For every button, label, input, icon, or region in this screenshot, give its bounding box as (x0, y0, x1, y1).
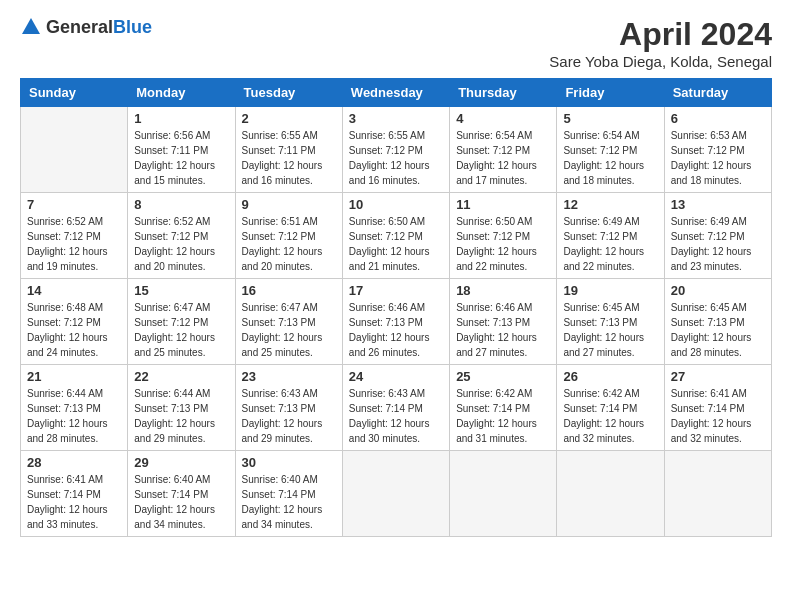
logo-icon (20, 16, 42, 38)
day-cell: 4Sunrise: 6:54 AMSunset: 7:12 PMDaylight… (450, 107, 557, 193)
header-cell-friday: Friday (557, 79, 664, 107)
day-number: 18 (456, 283, 550, 298)
day-info: Sunrise: 6:47 AMSunset: 7:12 PMDaylight:… (134, 300, 228, 360)
day-number: 21 (27, 369, 121, 384)
title-area: April 2024 Sare Yoba Diega, Kolda, Seneg… (549, 16, 772, 70)
day-number: 4 (456, 111, 550, 126)
header-cell-saturday: Saturday (664, 79, 771, 107)
day-cell: 18Sunrise: 6:46 AMSunset: 7:13 PMDayligh… (450, 279, 557, 365)
day-cell: 3Sunrise: 6:55 AMSunset: 7:12 PMDaylight… (342, 107, 449, 193)
day-info: Sunrise: 6:50 AMSunset: 7:12 PMDaylight:… (349, 214, 443, 274)
day-info: Sunrise: 6:48 AMSunset: 7:12 PMDaylight:… (27, 300, 121, 360)
day-info: Sunrise: 6:41 AMSunset: 7:14 PMDaylight:… (27, 472, 121, 532)
day-info: Sunrise: 6:47 AMSunset: 7:13 PMDaylight:… (242, 300, 336, 360)
day-number: 19 (563, 283, 657, 298)
day-info: Sunrise: 6:40 AMSunset: 7:14 PMDaylight:… (134, 472, 228, 532)
header-cell-thursday: Thursday (450, 79, 557, 107)
day-info: Sunrise: 6:44 AMSunset: 7:13 PMDaylight:… (134, 386, 228, 446)
day-cell: 23Sunrise: 6:43 AMSunset: 7:13 PMDayligh… (235, 365, 342, 451)
day-info: Sunrise: 6:54 AMSunset: 7:12 PMDaylight:… (563, 128, 657, 188)
header-row: SundayMondayTuesdayWednesdayThursdayFrid… (21, 79, 772, 107)
day-cell: 12Sunrise: 6:49 AMSunset: 7:12 PMDayligh… (557, 193, 664, 279)
day-info: Sunrise: 6:56 AMSunset: 7:11 PMDaylight:… (134, 128, 228, 188)
header-cell-tuesday: Tuesday (235, 79, 342, 107)
day-cell: 2Sunrise: 6:55 AMSunset: 7:11 PMDaylight… (235, 107, 342, 193)
subtitle: Sare Yoba Diega, Kolda, Senegal (549, 53, 772, 70)
day-cell (21, 107, 128, 193)
day-cell: 29Sunrise: 6:40 AMSunset: 7:14 PMDayligh… (128, 451, 235, 537)
day-cell (664, 451, 771, 537)
day-cell: 6Sunrise: 6:53 AMSunset: 7:12 PMDaylight… (664, 107, 771, 193)
day-number: 13 (671, 197, 765, 212)
header-cell-wednesday: Wednesday (342, 79, 449, 107)
header: GeneralBlue April 2024 Sare Yoba Diega, … (20, 16, 772, 70)
main-title: April 2024 (549, 16, 772, 53)
week-row-4: 21Sunrise: 6:44 AMSunset: 7:13 PMDayligh… (21, 365, 772, 451)
day-info: Sunrise: 6:46 AMSunset: 7:13 PMDaylight:… (456, 300, 550, 360)
day-cell: 8Sunrise: 6:52 AMSunset: 7:12 PMDaylight… (128, 193, 235, 279)
week-row-1: 1Sunrise: 6:56 AMSunset: 7:11 PMDaylight… (21, 107, 772, 193)
day-number: 7 (27, 197, 121, 212)
day-number: 26 (563, 369, 657, 384)
day-cell: 9Sunrise: 6:51 AMSunset: 7:12 PMDaylight… (235, 193, 342, 279)
day-number: 11 (456, 197, 550, 212)
header-cell-monday: Monday (128, 79, 235, 107)
day-number: 29 (134, 455, 228, 470)
day-cell: 13Sunrise: 6:49 AMSunset: 7:12 PMDayligh… (664, 193, 771, 279)
day-info: Sunrise: 6:45 AMSunset: 7:13 PMDaylight:… (563, 300, 657, 360)
day-number: 27 (671, 369, 765, 384)
day-info: Sunrise: 6:51 AMSunset: 7:12 PMDaylight:… (242, 214, 336, 274)
day-number: 6 (671, 111, 765, 126)
logo: GeneralBlue (20, 16, 152, 38)
day-number: 28 (27, 455, 121, 470)
day-cell: 10Sunrise: 6:50 AMSunset: 7:12 PMDayligh… (342, 193, 449, 279)
day-number: 5 (563, 111, 657, 126)
day-number: 22 (134, 369, 228, 384)
day-cell: 15Sunrise: 6:47 AMSunset: 7:12 PMDayligh… (128, 279, 235, 365)
day-cell: 20Sunrise: 6:45 AMSunset: 7:13 PMDayligh… (664, 279, 771, 365)
day-cell: 21Sunrise: 6:44 AMSunset: 7:13 PMDayligh… (21, 365, 128, 451)
day-number: 1 (134, 111, 228, 126)
day-info: Sunrise: 6:55 AMSunset: 7:11 PMDaylight:… (242, 128, 336, 188)
day-cell (450, 451, 557, 537)
day-info: Sunrise: 6:53 AMSunset: 7:12 PMDaylight:… (671, 128, 765, 188)
day-number: 14 (27, 283, 121, 298)
week-row-2: 7Sunrise: 6:52 AMSunset: 7:12 PMDaylight… (21, 193, 772, 279)
svg-marker-0 (22, 18, 40, 34)
day-info: Sunrise: 6:49 AMSunset: 7:12 PMDaylight:… (563, 214, 657, 274)
day-info: Sunrise: 6:55 AMSunset: 7:12 PMDaylight:… (349, 128, 443, 188)
day-number: 24 (349, 369, 443, 384)
day-cell: 24Sunrise: 6:43 AMSunset: 7:14 PMDayligh… (342, 365, 449, 451)
day-cell: 17Sunrise: 6:46 AMSunset: 7:13 PMDayligh… (342, 279, 449, 365)
day-cell: 5Sunrise: 6:54 AMSunset: 7:12 PMDaylight… (557, 107, 664, 193)
day-cell (342, 451, 449, 537)
calendar-table: SundayMondayTuesdayWednesdayThursdayFrid… (20, 78, 772, 537)
calendar-body: 1Sunrise: 6:56 AMSunset: 7:11 PMDaylight… (21, 107, 772, 537)
logo-text: GeneralBlue (46, 17, 152, 38)
day-number: 10 (349, 197, 443, 212)
header-cell-sunday: Sunday (21, 79, 128, 107)
day-number: 9 (242, 197, 336, 212)
day-info: Sunrise: 6:43 AMSunset: 7:13 PMDaylight:… (242, 386, 336, 446)
day-info: Sunrise: 6:54 AMSunset: 7:12 PMDaylight:… (456, 128, 550, 188)
day-cell: 26Sunrise: 6:42 AMSunset: 7:14 PMDayligh… (557, 365, 664, 451)
day-number: 17 (349, 283, 443, 298)
day-number: 23 (242, 369, 336, 384)
day-number: 25 (456, 369, 550, 384)
day-info: Sunrise: 6:41 AMSunset: 7:14 PMDaylight:… (671, 386, 765, 446)
day-info: Sunrise: 6:42 AMSunset: 7:14 PMDaylight:… (456, 386, 550, 446)
day-number: 30 (242, 455, 336, 470)
day-info: Sunrise: 6:46 AMSunset: 7:13 PMDaylight:… (349, 300, 443, 360)
day-cell: 27Sunrise: 6:41 AMSunset: 7:14 PMDayligh… (664, 365, 771, 451)
day-info: Sunrise: 6:52 AMSunset: 7:12 PMDaylight:… (27, 214, 121, 274)
day-number: 3 (349, 111, 443, 126)
week-row-3: 14Sunrise: 6:48 AMSunset: 7:12 PMDayligh… (21, 279, 772, 365)
day-info: Sunrise: 6:44 AMSunset: 7:13 PMDaylight:… (27, 386, 121, 446)
day-cell: 19Sunrise: 6:45 AMSunset: 7:13 PMDayligh… (557, 279, 664, 365)
day-cell: 7Sunrise: 6:52 AMSunset: 7:12 PMDaylight… (21, 193, 128, 279)
day-cell (557, 451, 664, 537)
day-info: Sunrise: 6:49 AMSunset: 7:12 PMDaylight:… (671, 214, 765, 274)
day-number: 12 (563, 197, 657, 212)
day-number: 16 (242, 283, 336, 298)
day-info: Sunrise: 6:43 AMSunset: 7:14 PMDaylight:… (349, 386, 443, 446)
